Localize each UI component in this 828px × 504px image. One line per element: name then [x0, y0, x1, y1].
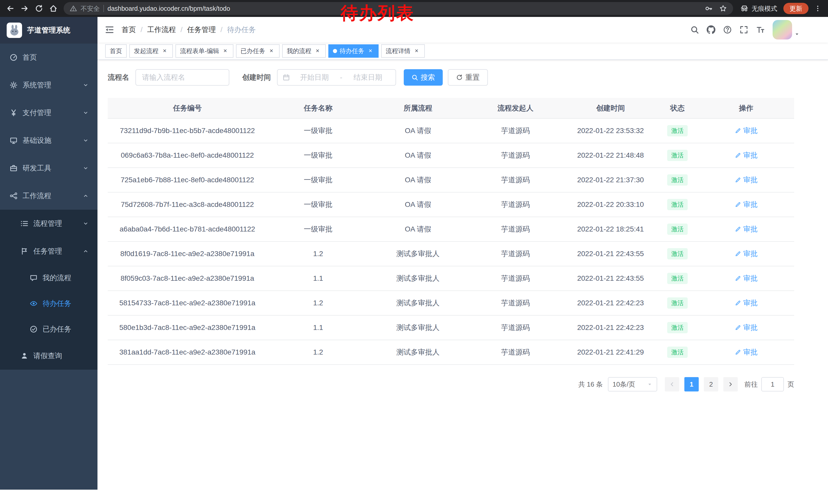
table-row: 58154733-7ac8-11ec-a9e2-a2380e71991a1.2测… [108, 291, 794, 315]
goto-page-input[interactable]: 1 [761, 377, 784, 392]
tab-process-detail[interactable]: 流程详情× [381, 44, 425, 58]
tab-close-icon[interactable]: × [161, 47, 168, 55]
approve-link[interactable]: 审批 [735, 348, 758, 357]
github-button[interactable] [703, 21, 719, 39]
tab-close-icon[interactable]: × [268, 47, 275, 55]
cell-task-name: 1.1 [267, 266, 369, 291]
reset-button[interactable]: 重置 [448, 69, 488, 86]
approve-link[interactable]: 审批 [735, 150, 758, 160]
font-size-button[interactable] [752, 21, 769, 39]
sidebar-item-label: 工作流程 [23, 191, 51, 201]
cell-action: 审批 [698, 168, 794, 192]
approve-link[interactable]: 审批 [735, 175, 758, 185]
tab-todo-task[interactable]: 待办任务× [328, 44, 379, 58]
tab-label: 发起流程 [134, 47, 159, 55]
breadcrumb-item-home[interactable]: 首页 [122, 25, 136, 35]
approve-link[interactable]: 审批 [735, 323, 758, 332]
password-key-icon[interactable] [705, 5, 713, 12]
approve-link[interactable]: 审批 [735, 200, 758, 210]
tab-close-icon[interactable]: × [367, 47, 374, 55]
page-size-select[interactable]: 10条/页 [608, 377, 657, 392]
incognito-label: 无痕模式 [752, 4, 777, 13]
column-header: 状态 [657, 98, 698, 119]
browser-home-button[interactable] [46, 1, 60, 16]
cell-status: 激活 [657, 119, 698, 143]
tab-home[interactable]: 首页 [105, 44, 127, 58]
table-header-row: 任务编号任务名称所属流程流程发起人创建时间状态操作 [108, 98, 794, 119]
cell-task-id: a6aba0a4-7b6d-11ec-b781-acde48001122 [108, 217, 267, 241]
help-button[interactable] [719, 21, 736, 39]
tab-close-icon[interactable]: × [314, 47, 321, 55]
sidebar-item-workflow[interactable]: 工作流程 [0, 182, 97, 210]
back-icon [6, 4, 14, 12]
page-button-1[interactable]: 1 [685, 377, 699, 392]
security-label: 不安全 [81, 4, 100, 13]
cell-action: 审批 [698, 340, 794, 365]
cell-process: 测试多审批人 [369, 340, 467, 365]
sidebar-item-task-mgmt[interactable]: 任务管理 [0, 237, 97, 265]
page-button-2[interactable]: 2 [704, 377, 718, 392]
chat-icon [30, 274, 37, 282]
process-name-input[interactable]: 请输入流程名 [135, 69, 229, 86]
chevron-down-icon [83, 221, 89, 227]
search-button-label: 搜索 [421, 73, 435, 82]
sidebar-item-home[interactable]: 首页 [0, 44, 97, 71]
fullscreen-button[interactable] [736, 21, 752, 39]
search-button[interactable]: 搜索 [404, 69, 443, 86]
browser-menu-button[interactable] [811, 1, 825, 16]
filter-form: 流程名 请输入流程名 创建时间 开始日期 - 结束日期 搜索 [108, 69, 794, 86]
edit-icon [735, 349, 741, 356]
approve-link-label: 审批 [743, 323, 758, 332]
sidebar-menu: 首页系统管理支付管理基础设施研发工具工作流程流程管理任务管理我的流程待办任务已办… [0, 44, 97, 370]
tab-close-icon[interactable]: × [222, 47, 229, 55]
sidebar-item-my-process[interactable]: 我的流程 [0, 265, 97, 291]
breadcrumb-separator: / [220, 26, 223, 34]
sidebar-item-leave-query[interactable]: 请假查询 [0, 342, 97, 370]
breadcrumb-item-workflow[interactable]: 工作流程 [147, 25, 176, 35]
tab-close-icon[interactable]: × [413, 47, 420, 55]
cell-process: OA 请假 [369, 143, 467, 168]
tab-form-edit[interactable]: 流程表单-编辑× [175, 44, 234, 58]
breadcrumb-item-task-mgmt[interactable]: 任务管理 [187, 25, 216, 35]
bookmark-star-icon[interactable] [719, 5, 727, 12]
sidebar-item-system[interactable]: 系统管理 [0, 71, 97, 99]
incognito-badge: 无痕模式 [736, 4, 781, 13]
date-range-picker[interactable]: 开始日期 - 结束日期 [277, 69, 396, 86]
prev-page-button[interactable] [665, 377, 679, 392]
update-button[interactable]: 更新 [783, 3, 809, 14]
end-date-placeholder: 结束日期 [345, 73, 390, 82]
header-search-button[interactable] [687, 21, 703, 39]
approve-link[interactable]: 审批 [735, 224, 758, 234]
approve-link[interactable]: 审批 [735, 274, 758, 283]
tab-start-process[interactable]: 发起流程× [129, 44, 173, 58]
tab-label: 流程详情 [386, 47, 410, 55]
status-badge: 激活 [667, 297, 688, 309]
approve-link[interactable]: 审批 [735, 298, 758, 308]
tab-done-task[interactable]: 已办任务× [236, 44, 280, 58]
sidebar-item-done-task[interactable]: 已办任务 [0, 316, 97, 342]
sidebar-toggle-button[interactable] [97, 17, 122, 43]
avatar-caret-icon[interactable] [794, 31, 800, 40]
browser-forward-button[interactable] [17, 1, 32, 16]
approve-link-label: 审批 [743, 224, 758, 234]
sidebar-item-todo-task[interactable]: 待办任务 [0, 291, 97, 316]
next-page-button[interactable] [723, 377, 738, 392]
arrow-left-icon [669, 381, 675, 387]
approve-link[interactable]: 审批 [735, 249, 758, 259]
sidebar-item-infrastructure[interactable]: 基础设施 [0, 127, 97, 154]
user-avatar[interactable] [773, 20, 792, 40]
table-row: a6aba0a4-7b6d-11ec-b781-acde48001122一级审批… [108, 217, 794, 241]
cell-created-time: 2022-01-21 22:43:55 [564, 241, 657, 266]
breadcrumb: 首页 / 工作流程 / 任务管理 / 待办任务 [122, 25, 256, 35]
edit-icon [735, 300, 741, 306]
tab-my-process[interactable]: 我的流程× [282, 44, 326, 58]
sidebar-item-dev-tools[interactable]: 研发工具 [0, 154, 97, 182]
monitor-icon [10, 137, 17, 144]
browser-refresh-button[interactable] [32, 1, 46, 16]
sidebar-item-process-mgmt[interactable]: 流程管理 [0, 210, 97, 237]
cell-process: 测试多审批人 [369, 266, 467, 291]
sidebar-item-payment[interactable]: 支付管理 [0, 99, 97, 127]
browser-back-button[interactable] [3, 1, 17, 16]
approve-link[interactable]: 审批 [735, 126, 758, 136]
column-header: 创建时间 [564, 98, 657, 119]
